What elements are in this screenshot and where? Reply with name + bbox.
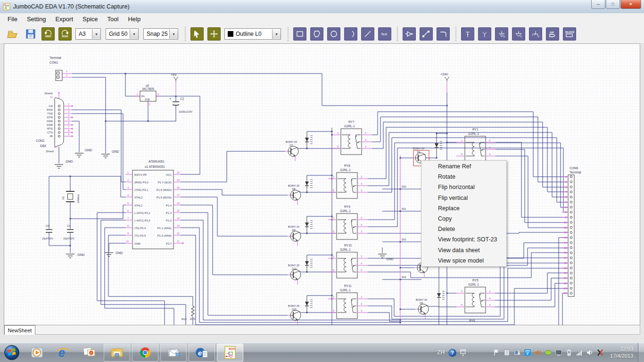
text-tool[interactable]: Text (378, 27, 391, 41)
component-R12[interactable]: R12470 (182, 306, 195, 321)
minimize-button[interactable]: ─ (591, 0, 605, 9)
show-desktop-button[interactable] (638, 343, 644, 362)
component-CON1[interactable]: TerminalCON112 (50, 56, 67, 81)
taskbar-app-schematic-app[interactable]: SCH (217, 344, 243, 362)
tray-display-icon[interactable] (554, 348, 563, 357)
menu-export[interactable]: Export (50, 14, 78, 24)
component-Q6[interactable]: BC847-25Q6 (415, 298, 429, 319)
tray-flag-icon[interactable] (492, 348, 501, 357)
undo-button[interactable]: UNDO (41, 27, 55, 41)
maximize-button[interactable]: □ (606, 0, 620, 9)
gnd-chassis-tool[interactable]: G (529, 27, 542, 41)
component-RY5[interactable]: RY5G2RL-115243 (456, 279, 496, 313)
component-CON2[interactable]: 1CD2RXD3TXD4DTR5GND6DSR7RTS8CTS9RIShield… (36, 92, 72, 153)
tray-signal-icon[interactable] (575, 348, 584, 357)
paper-size-dropdown[interactable]: A3▼ (75, 28, 101, 40)
port-tool[interactable]: OP (546, 27, 559, 41)
sheet-tab-newsheet[interactable]: NewSheet (4, 325, 35, 335)
component-RY11[interactable]: RY11G2RL-115243 (328, 284, 368, 319)
close-button[interactable]: ✕ (620, 0, 641, 9)
taskbar-app-photo-viewer[interactable] (76, 343, 103, 362)
block-tool[interactable]: BLOCK (563, 27, 576, 41)
menu-tool[interactable]: Tool (103, 14, 124, 24)
gnd-signal-tool[interactable]: G (512, 27, 525, 41)
context-menu-item-copy[interactable]: Copy (421, 214, 506, 224)
save-button[interactable] (24, 28, 38, 40)
context-menu-item-delete[interactable]: Delete (421, 224, 506, 234)
show-hidden-icons[interactable]: ▾ (460, 349, 466, 356)
open-button[interactable] (6, 28, 20, 40)
polygon-tool[interactable] (310, 27, 323, 41)
component-tool[interactable] (403, 27, 416, 41)
rectangle-tool[interactable] (293, 27, 306, 41)
component-RY8[interactable]: RY8G2RL-115243 (328, 164, 368, 198)
language-indicator[interactable]: ZH (437, 349, 445, 356)
grid-dropdown[interactable]: Grid 50▼ (106, 28, 139, 40)
tray-volume-orange-icon[interactable] (534, 348, 542, 357)
tray-document-icon[interactable] (503, 348, 511, 357)
component-RY7[interactable]: RY7G2RL-115243 (332, 120, 372, 155)
taskbar-app-chrome[interactable] (132, 344, 158, 362)
start-button[interactable] (0, 343, 24, 362)
component-Q10[interactable]: BC847-25Q10 (288, 264, 301, 285)
select-tool[interactable] (190, 27, 204, 41)
line-tool[interactable] (361, 27, 374, 41)
taskbar-app-file-explorer[interactable] (104, 344, 130, 362)
tray-battery-green-icon[interactable] (544, 348, 553, 357)
context-menu-item-flip-horizontal[interactable]: Flip horizontal (421, 182, 506, 192)
taskbar-app-eda-app[interactable]: e (189, 344, 215, 362)
menu-setting[interactable]: Setting (22, 14, 50, 24)
component-C2[interactable]: +C21000u/10V (169, 97, 192, 113)
context-menu-item-view-spice-model[interactable]: View spice model (421, 255, 506, 266)
component-CON6[interactable]: CON6Terminal1234567891011121314151617181… (561, 166, 581, 296)
tray-volume-icon[interactable] (586, 348, 594, 357)
taskbar-app-mail-app[interactable] (160, 344, 187, 362)
context-menu-item-rotate[interactable]: Rotate (421, 172, 506, 182)
context-menu-item-flip-vertical[interactable]: Flip vertical (421, 193, 506, 203)
context-menu-item-view-data-sheet[interactable]: View data sheet (421, 245, 506, 255)
component-Q9[interactable]: BC847-25Q9 (288, 225, 301, 246)
component-RY1[interactable]: RY1G2RL-115243 (456, 128, 496, 162)
dropdown-arrow-icon[interactable]: ▼ (169, 29, 178, 39)
taskbar-clock[interactable]: 22:03 17/4/2013 (610, 346, 633, 360)
bus-tool[interactable] (437, 27, 450, 41)
component-RY10[interactable]: RY10G2RL-115243 (328, 244, 368, 278)
taskbar-app-media-player[interactable] (24, 343, 50, 362)
component-C0[interactable]: C015pF/50V (42, 224, 53, 240)
redo-button[interactable]: REDO (58, 27, 72, 41)
dropdown-arrow-icon[interactable]: ▼ (272, 29, 281, 39)
menu-help[interactable]: Help (123, 14, 145, 24)
snap-dropdown[interactable]: Snap 25▼ (143, 28, 178, 40)
component-RY9[interactable]: RY9G2RL-115243 (328, 205, 368, 239)
svg-text:11: 11 (177, 240, 180, 243)
context-menu-item-view-footprint-sot-23[interactable]: View footprint: SOT-23 (421, 234, 506, 245)
component-C1[interactable]: C115pF/50V (63, 224, 74, 240)
arc-tool[interactable] (344, 27, 357, 41)
help-icon[interactable]: ? (448, 349, 456, 357)
wire-tool[interactable] (420, 27, 433, 41)
dropdown-arrow-icon[interactable]: ▼ (92, 29, 100, 39)
context-menu-item-rename-ref[interactable]: Rename Ref (421, 161, 506, 172)
schematic-drawing[interactable]: GNDGNDGNDGNDGNDGND+5V+24VTerminalCON1121… (4, 44, 641, 326)
component-Q11[interactable]: BC847-25Q11 (288, 304, 301, 325)
pan-tool[interactable] (207, 27, 221, 41)
outline-layer-dropdown[interactable]: Outline L0▼ (224, 28, 281, 40)
component-u1[interactable]: AT89S4051u1 AT89S4051120RST/V PPVCC219(R… (125, 160, 181, 249)
vcc-bar-tool[interactable] (461, 27, 474, 41)
component-Q7[interactable]: BC847-25Q7 (285, 140, 298, 161)
menu-file[interactable]: File (3, 14, 22, 24)
component-X0[interactable]: X024MHz (62, 191, 80, 203)
tray-antivirus-icon[interactable] (596, 348, 604, 357)
schematic-canvas[interactable]: GNDGNDGNDGNDGNDGND+5V+24VTerminalCON1121… (4, 43, 640, 325)
dropdown-arrow-icon[interactable]: ▼ (130, 29, 138, 39)
menu-spice[interactable]: Spice (78, 14, 103, 24)
tray-gallery-icon[interactable] (513, 348, 521, 357)
taskbar-app-internet-explorer[interactable]: e (50, 343, 76, 362)
tray-battery-icon[interactable] (565, 348, 573, 357)
tray-wireless-icon[interactable] (523, 348, 532, 357)
context-menu-item-replace[interactable]: Replace (421, 203, 506, 214)
gnd-earth-tool[interactable]: G (495, 27, 508, 41)
vcc-tool[interactable] (478, 27, 491, 41)
component-Q8[interactable]: BC847-25Q8 (288, 184, 301, 205)
circle-tool[interactable] (327, 27, 340, 41)
